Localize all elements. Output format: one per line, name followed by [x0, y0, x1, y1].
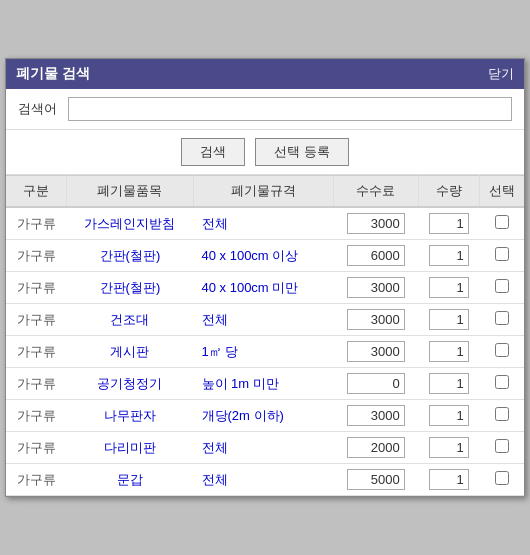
row-checkbox-cell [480, 207, 524, 240]
row-fee [333, 304, 418, 336]
row-fee [333, 272, 418, 304]
row-qty [418, 272, 480, 304]
qty-input[interactable] [429, 341, 469, 362]
row-qty [418, 207, 480, 240]
col-header-item: 폐기물품목 [66, 176, 193, 208]
row-fee [333, 368, 418, 400]
fee-input[interactable] [347, 245, 405, 266]
row-checkbox-cell [480, 464, 524, 496]
row-item: 간판(철판) [66, 240, 193, 272]
col-header-spec: 폐기물규격 [194, 176, 334, 208]
row-spec: 높이 1m 미만 [194, 368, 334, 400]
button-bar: 검색 선택 등록 [6, 130, 524, 175]
row-category: 가구류 [6, 207, 66, 240]
row-item: 문갑 [66, 464, 193, 496]
fee-input[interactable] [347, 277, 405, 298]
row-category: 가구류 [6, 272, 66, 304]
row-checkbox[interactable] [495, 471, 509, 485]
row-item: 다리미판 [66, 432, 193, 464]
table-row: 가구류간판(철판)40 x 100cm 미만 [6, 272, 524, 304]
row-checkbox[interactable] [495, 311, 509, 325]
col-header-fee: 수수료 [333, 176, 418, 208]
table-container: 구분 폐기물품목 폐기물규격 수수료 수량 선택 가구류가스레인지받침전체가구류… [6, 175, 524, 496]
row-fee [333, 400, 418, 432]
row-checkbox-cell [480, 272, 524, 304]
row-spec: 전체 [194, 464, 334, 496]
fee-input[interactable] [347, 373, 405, 394]
register-button[interactable]: 선택 등록 [255, 138, 349, 166]
fee-input[interactable] [347, 405, 405, 426]
row-checkbox[interactable] [495, 375, 509, 389]
fee-input[interactable] [347, 213, 405, 234]
row-item: 게시판 [66, 336, 193, 368]
col-header-select: 선택 [480, 176, 524, 208]
row-fee [333, 240, 418, 272]
row-category: 가구류 [6, 368, 66, 400]
row-checkbox[interactable] [495, 215, 509, 229]
qty-input[interactable] [429, 405, 469, 426]
table-row: 가구류문갑전체 [6, 464, 524, 496]
row-checkbox-cell [480, 336, 524, 368]
search-label: 검색어 [18, 100, 58, 118]
table-row: 가구류간판(철판)40 x 100cm 이상 [6, 240, 524, 272]
search-bar: 검색어 [6, 89, 524, 130]
title-bar: 폐기물 검색 닫기 [6, 59, 524, 89]
row-qty [418, 304, 480, 336]
row-fee [333, 336, 418, 368]
row-checkbox[interactable] [495, 343, 509, 357]
col-header-qty: 수량 [418, 176, 480, 208]
row-category: 가구류 [6, 240, 66, 272]
fee-input[interactable] [347, 341, 405, 362]
row-qty [418, 336, 480, 368]
row-spec: 40 x 100cm 미만 [194, 272, 334, 304]
row-spec: 개당(2m 이하) [194, 400, 334, 432]
row-item: 간판(철판) [66, 272, 193, 304]
qty-input[interactable] [429, 245, 469, 266]
row-checkbox-cell [480, 432, 524, 464]
row-checkbox[interactable] [495, 247, 509, 261]
row-checkbox-cell [480, 368, 524, 400]
row-spec: 전체 [194, 304, 334, 336]
table-header-row: 구분 폐기물품목 폐기물규격 수수료 수량 선택 [6, 176, 524, 208]
qty-input[interactable] [429, 277, 469, 298]
row-item: 가스레인지받침 [66, 207, 193, 240]
row-spec: 전체 [194, 207, 334, 240]
row-checkbox-cell [480, 400, 524, 432]
fee-input[interactable] [347, 469, 405, 490]
row-category: 가구류 [6, 336, 66, 368]
row-category: 가구류 [6, 464, 66, 496]
qty-input[interactable] [429, 373, 469, 394]
fee-input[interactable] [347, 309, 405, 330]
col-header-category: 구분 [6, 176, 66, 208]
row-qty [418, 368, 480, 400]
qty-input[interactable] [429, 309, 469, 330]
row-qty [418, 400, 480, 432]
row-checkbox-cell [480, 304, 524, 336]
row-spec: 40 x 100cm 이상 [194, 240, 334, 272]
table-row: 가구류다리미판전체 [6, 432, 524, 464]
main-window: 폐기물 검색 닫기 검색어 검색 선택 등록 구분 폐기물품목 폐기물규격 수수… [5, 58, 525, 497]
row-item: 나무판자 [66, 400, 193, 432]
qty-input[interactable] [429, 213, 469, 234]
table-row: 가구류공기청정기높이 1m 미만 [6, 368, 524, 400]
row-item: 건조대 [66, 304, 193, 336]
search-button[interactable]: 검색 [181, 138, 245, 166]
row-fee [333, 464, 418, 496]
qty-input[interactable] [429, 437, 469, 458]
table-row: 가구류건조대전체 [6, 304, 524, 336]
search-input[interactable] [68, 97, 512, 121]
qty-input[interactable] [429, 469, 469, 490]
row-qty [418, 464, 480, 496]
fee-input[interactable] [347, 437, 405, 458]
row-checkbox[interactable] [495, 407, 509, 421]
row-qty [418, 240, 480, 272]
table-row: 가구류가스레인지받침전체 [6, 207, 524, 240]
close-button[interactable]: 닫기 [488, 65, 514, 83]
row-qty [418, 432, 480, 464]
waste-table: 구분 폐기물품목 폐기물규격 수수료 수량 선택 가구류가스레인지받침전체가구류… [6, 175, 524, 496]
window-title: 폐기물 검색 [16, 65, 90, 83]
row-checkbox[interactable] [495, 439, 509, 453]
row-category: 가구류 [6, 304, 66, 336]
row-fee [333, 432, 418, 464]
row-checkbox[interactable] [495, 279, 509, 293]
